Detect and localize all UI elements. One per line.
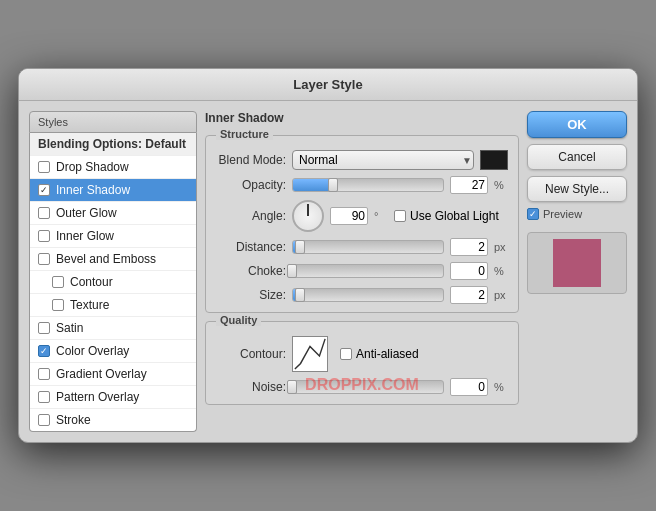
inner-shadow-checkbox[interactable]: ✓ (38, 184, 50, 196)
settings-panel: Inner Shadow Structure Blend Mode: Norma… (205, 111, 519, 432)
action-panel: OK Cancel New Style... ✓ Preview (527, 111, 627, 432)
outer-glow-checkbox[interactable] (38, 207, 50, 219)
gradient-overlay-checkbox[interactable] (38, 368, 50, 380)
sidebar-item-pattern-overlay[interactable]: Pattern Overlay (30, 386, 196, 409)
angle-dial[interactable] (292, 200, 324, 232)
texture-checkbox[interactable] (52, 299, 64, 311)
noise-slider-container (292, 380, 444, 394)
noise-thumb[interactable] (287, 380, 297, 394)
distance-slider-container (292, 240, 444, 254)
choke-track[interactable] (292, 264, 444, 278)
inner-glow-checkbox[interactable] (38, 230, 50, 242)
sidebar-item-outer-glow[interactable]: Outer Glow (30, 202, 196, 225)
sidebar-item-contour[interactable]: Contour (30, 271, 196, 294)
distance-unit: px (494, 241, 508, 253)
noise-row: Noise: % (216, 378, 508, 396)
contour-checkbox[interactable] (52, 276, 64, 288)
size-track[interactable] (292, 288, 444, 302)
angle-row: Angle: ° Use Global Light (216, 200, 508, 232)
bevel-emboss-checkbox[interactable] (38, 253, 50, 265)
choke-thumb[interactable] (287, 264, 297, 278)
opacity-input[interactable] (450, 176, 488, 194)
layer-style-dialog: Layer Style Styles Blending Options: Def… (18, 68, 638, 443)
contour-label: Contour (70, 275, 113, 289)
stroke-checkbox[interactable] (38, 414, 50, 426)
outer-glow-label: Outer Glow (56, 206, 117, 220)
ok-button[interactable]: OK (527, 111, 627, 138)
opacity-thumb[interactable] (328, 178, 338, 192)
blending-options-label: Blending Options: Default (38, 137, 186, 151)
drop-shadow-checkbox[interactable] (38, 161, 50, 173)
opacity-row: Opacity: % (216, 176, 508, 194)
global-light-label: Use Global Light (410, 209, 499, 223)
bevel-emboss-label: Bevel and Emboss (56, 252, 156, 266)
quality-section: Quality Contour: Anti-ali (205, 321, 519, 405)
size-unit: px (494, 289, 508, 301)
stroke-label: Stroke (56, 413, 91, 427)
contour-preview[interactable] (292, 336, 328, 372)
choke-slider-container (292, 264, 444, 278)
opacity-slider-container (292, 178, 444, 192)
anti-aliased-checkbox[interactable] (340, 348, 352, 360)
opacity-unit: % (494, 179, 508, 191)
global-light-checkbox[interactable] (394, 210, 406, 222)
inner-shadow-label: Inner Shadow (56, 183, 130, 197)
dialog-titlebar: Layer Style (19, 69, 637, 101)
pattern-overlay-label: Pattern Overlay (56, 390, 139, 404)
styles-panel-title: Styles (29, 111, 197, 133)
sidebar-item-stroke[interactable]: Stroke (30, 409, 196, 431)
color-overlay-label: Color Overlay (56, 344, 129, 358)
sidebar-item-color-overlay[interactable]: ✓ Color Overlay (30, 340, 196, 363)
pattern-overlay-checkbox[interactable] (38, 391, 50, 403)
color-swatch[interactable] (480, 150, 508, 170)
choke-input[interactable] (450, 262, 488, 280)
inner-glow-label: Inner Glow (56, 229, 114, 243)
satin-label: Satin (56, 321, 83, 335)
size-slider-container (292, 288, 444, 302)
angle-input[interactable] (330, 207, 368, 225)
sidebar-item-texture[interactable]: Texture (30, 294, 196, 317)
color-overlay-checkbox[interactable]: ✓ (38, 345, 50, 357)
dialog-title: Layer Style (293, 77, 362, 92)
structure-section: Structure Blend Mode: Normal Multiply Sc… (205, 135, 519, 313)
sidebar-item-gradient-overlay[interactable]: Gradient Overlay (30, 363, 196, 386)
choke-label: Choke: (216, 264, 286, 278)
size-input[interactable] (450, 286, 488, 304)
noise-label: Noise: (216, 380, 286, 394)
distance-row: Distance: px (216, 238, 508, 256)
noise-track[interactable] (292, 380, 444, 394)
quality-label: Quality (216, 314, 261, 326)
sidebar-item-drop-shadow[interactable]: Drop Shadow (30, 156, 196, 179)
sidebar-item-bevel-emboss[interactable]: Bevel and Emboss (30, 248, 196, 271)
blend-mode-row: Blend Mode: Normal Multiply Screen ▼ (216, 150, 508, 170)
sidebar-item-blending-options[interactable]: Blending Options: Default (30, 133, 196, 156)
size-thumb[interactable] (295, 288, 305, 302)
distance-track[interactable] (292, 240, 444, 254)
preview-swatch (553, 239, 601, 287)
gradient-overlay-label: Gradient Overlay (56, 367, 147, 381)
preview-checkbox[interactable]: ✓ (527, 208, 539, 220)
size-label: Size: (216, 288, 286, 302)
sidebar-item-satin[interactable]: Satin (30, 317, 196, 340)
blend-mode-select[interactable]: Normal Multiply Screen (292, 150, 474, 170)
contour-row: Contour: Anti-aliased (216, 336, 508, 372)
size-row: Size: px (216, 286, 508, 304)
noise-input[interactable] (450, 378, 488, 396)
quality-contour-label: Contour: (216, 347, 286, 361)
distance-thumb[interactable] (295, 240, 305, 254)
opacity-track[interactable] (292, 178, 444, 192)
satin-checkbox[interactable] (38, 322, 50, 334)
new-style-button[interactable]: New Style... (527, 176, 627, 202)
choke-row: Choke: % (216, 262, 508, 280)
distance-input[interactable] (450, 238, 488, 256)
choke-unit: % (494, 265, 508, 277)
structure-label: Structure (216, 128, 273, 140)
angle-indicator (307, 204, 309, 216)
cancel-button[interactable]: Cancel (527, 144, 627, 170)
global-light-row: Use Global Light (394, 209, 499, 223)
panel-section-title: Inner Shadow (205, 111, 519, 125)
sidebar-item-inner-shadow[interactable]: ✓ Inner Shadow (30, 179, 196, 202)
distance-label: Distance: (216, 240, 286, 254)
sidebar-item-inner-glow[interactable]: Inner Glow (30, 225, 196, 248)
drop-shadow-label: Drop Shadow (56, 160, 129, 174)
